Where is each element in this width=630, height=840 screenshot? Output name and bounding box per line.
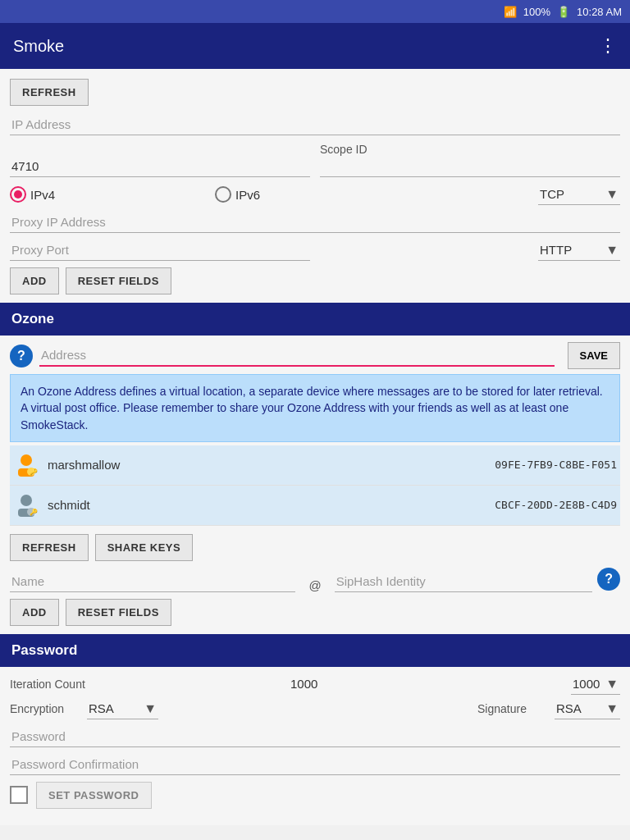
ipv4-radio-circle <box>10 186 26 203</box>
share-keys-button[interactable]: SHARE KEYS <box>95 534 194 561</box>
menu-icon[interactable]: ⋮ <box>599 35 617 57</box>
enc-sig-row: Encryption RSA McEliece ElGamal ▼ Signat… <box>10 698 620 719</box>
ip-version-group: IPv4 IPv6 TCP UDP ▼ <box>10 184 620 205</box>
siphash-col: ? <box>335 568 620 592</box>
main-content: REFRESH Scope ID IPv4 IPv6 TCP UDP <box>0 69 630 825</box>
signature-label: Signature <box>477 702 551 715</box>
avatar-icon: 🔑 <box>13 452 39 478</box>
ozone-name-input[interactable] <box>10 571 295 592</box>
scope-id-input[interactable] <box>320 156 620 177</box>
ozone-buttons-row: REFRESH SHARE KEYS <box>10 534 620 561</box>
scope-id-label: Scope ID <box>320 143 368 156</box>
ipv4-label: IPv4 <box>30 188 55 202</box>
proxy-ip-input[interactable] <box>10 212 620 233</box>
ozone-address-input[interactable] <box>39 345 555 367</box>
signature-select[interactable]: RSA ECDSA <box>555 698 620 719</box>
password-row <box>10 726 620 747</box>
ozone-save-button[interactable]: SAVE <box>568 342 620 369</box>
encryption-select[interactable]: RSA McEliece ElGamal <box>87 698 158 719</box>
ipv6-radio[interactable]: IPv6 <box>215 186 415 203</box>
password-section-header: Password <box>0 634 630 667</box>
iteration-select[interactable]: 1000 2000 5000 <box>571 673 620 695</box>
battery-icon: 🔋 <box>557 6 570 18</box>
ozone-add-buttons-row: ADD RESET FIELDS <box>10 599 620 626</box>
ipv6-radio-circle <box>215 186 231 203</box>
signature-select-wrap: RSA ECDSA ▼ <box>555 698 620 719</box>
app-title: Smoke <box>13 37 64 56</box>
ip-buttons-row: ADD RESET FIELDS <box>10 267 620 294</box>
ozone-reset-button[interactable]: RESET FIELDS <box>66 599 171 626</box>
ipv4-radio[interactable]: IPv4 <box>10 186 210 203</box>
encryption-select-wrap: RSA McEliece ElGamal ▼ <box>87 698 158 719</box>
tcp-select-wrap: TCP UDP ▼ <box>538 184 620 205</box>
ip-address-input[interactable] <box>10 114 620 135</box>
svg-point-0 <box>21 454 32 466</box>
siphash-input[interactable] <box>335 571 592 592</box>
password-confirm-input[interactable] <box>10 754 620 775</box>
ozone-refresh-button[interactable]: REFRESH <box>10 534 89 561</box>
ozone-address-row: ? SAVE <box>10 342 620 369</box>
avatar-icon: 🔑 <box>13 492 39 518</box>
http-select-wrap: HTTP HTTPS SOCKS5 ▼ <box>538 240 620 261</box>
http-col: HTTP HTTPS SOCKS5 ▼ <box>320 240 620 261</box>
ozone-help-icon[interactable]: ? <box>10 345 33 368</box>
battery-status: 100% <box>523 6 550 18</box>
port-input[interactable] <box>10 156 310 177</box>
ozone-add-button[interactable]: ADD <box>10 599 59 626</box>
scope-col: Scope ID <box>320 142 620 177</box>
http-select[interactable]: HTTP HTTPS SOCKS5 <box>538 240 620 261</box>
port-col <box>10 156 310 177</box>
encryption-label: Encryption <box>10 702 84 715</box>
set-password-button[interactable]: SET PASSWORD <box>36 782 152 809</box>
tcp-select[interactable]: TCP UDP <box>538 184 620 205</box>
siphash-help-icon[interactable]: ? <box>597 568 620 591</box>
ozone-list-name-1: schmidt <box>48 498 495 512</box>
set-password-row: SET PASSWORD <box>10 782 620 809</box>
svg-text:🔑: 🔑 <box>30 508 38 516</box>
iteration-row: Iteration Count 1000 1000 2000 5000 ▼ <box>10 673 620 695</box>
list-item[interactable]: 🔑 schmidt CBCF-20DD-2E8B-C4D9 <box>10 486 620 526</box>
iteration-select-wrap: 1000 2000 5000 ▼ <box>571 673 620 695</box>
password-input[interactable] <box>10 726 620 747</box>
ip-address-row <box>10 114 620 135</box>
at-sign: @ <box>308 578 321 592</box>
password-confirm-row <box>10 754 620 775</box>
wifi-icon: 📶 <box>504 6 517 18</box>
ozone-list-hash-0: 09FE-7FB9-C8BE-F051 <box>495 459 617 471</box>
ozone-name-col <box>10 571 295 592</box>
proxy-port-col <box>10 240 310 261</box>
ip-reset-button[interactable]: RESET FIELDS <box>66 267 171 294</box>
time-display: 10:28 AM <box>577 6 622 18</box>
iteration-value: 1000 <box>290 677 563 691</box>
proxy-ip-row <box>10 212 620 233</box>
ipv6-label: IPv6 <box>235 188 260 202</box>
ip-add-button[interactable]: ADD <box>10 267 59 294</box>
svg-point-4 <box>21 495 32 506</box>
ozone-tooltip: An Ozone Address defines a virtual locat… <box>10 374 620 442</box>
iteration-label: Iteration Count <box>10 678 282 691</box>
ozone-list-hash-1: CBCF-20DD-2E8B-C4D9 <box>495 499 617 511</box>
proxy-port-input[interactable] <box>10 240 310 261</box>
set-password-checkbox[interactable] <box>10 786 28 804</box>
ozone-section-header: Ozone <box>0 303 630 336</box>
app-bar: Smoke ⋮ <box>0 23 630 69</box>
svg-text:🔑: 🔑 <box>30 468 38 476</box>
status-bar: 📶 100% 🔋 10:28 AM <box>0 0 630 23</box>
refresh-button[interactable]: REFRESH <box>10 79 89 106</box>
ozone-list: 🔑 marshmallow 09FE-7FB9-C8BE-F051 🔑 schm… <box>10 445 620 526</box>
list-item[interactable]: 🔑 marshmallow 09FE-7FB9-C8BE-F051 <box>10 445 620 486</box>
ozone-list-name-0: marshmallow <box>48 458 495 472</box>
